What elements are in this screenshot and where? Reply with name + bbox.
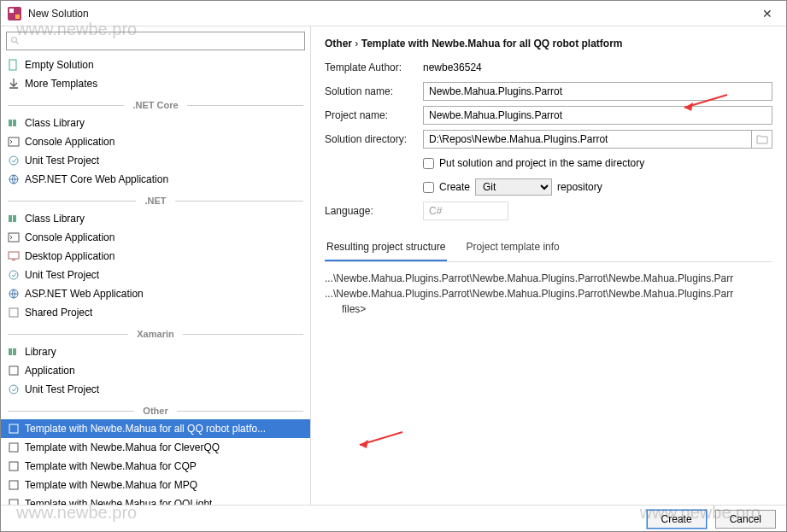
- group-header-other: Other: [1, 402, 310, 419]
- svg-rect-14: [9, 252, 19, 259]
- svg-point-3: [12, 38, 17, 43]
- svg-rect-8: [9, 137, 19, 146]
- template-item[interactable]: Unit Test Project: [1, 151, 310, 170]
- svg-rect-26: [9, 481, 18, 489]
- template-icon: [8, 460, 20, 472]
- empty-solution-item[interactable]: Empty Solution: [1, 56, 310, 74]
- same-directory-checkbox[interactable]: [423, 158, 434, 169]
- console-icon: [8, 136, 20, 148]
- svg-rect-1: [9, 9, 14, 13]
- project-structure-panel: ...\Newbe.Mahua.Plugins.Parrot\Newbe.Mah…: [325, 262, 772, 494]
- cancel-button[interactable]: Cancel: [715, 510, 776, 529]
- shared-icon: [8, 307, 20, 319]
- create-repo-checkbox[interactable]: [423, 182, 434, 193]
- tab-structure[interactable]: Resulting project structure: [325, 236, 447, 261]
- solution-dir-label: Solution directory:: [325, 133, 423, 145]
- project-name-label: Project name:: [325, 109, 423, 121]
- svg-rect-6: [9, 120, 12, 126]
- svg-rect-11: [9, 215, 12, 222]
- search-input[interactable]: [24, 35, 301, 47]
- console-icon: [8, 231, 20, 243]
- group-header-netcore: .NET Core: [1, 96, 310, 114]
- tab-template-info[interactable]: Project template info: [464, 236, 561, 261]
- template-item[interactable]: Library: [1, 342, 310, 361]
- template-author-value: newbe36524: [423, 61, 772, 73]
- group-header-net: .NET: [1, 192, 310, 209]
- template-item[interactable]: ASP.NET Web Application: [1, 284, 310, 303]
- repo-label: repository: [557, 181, 602, 193]
- svg-rect-2: [15, 15, 20, 19]
- template-item[interactable]: Unit Test Project: [1, 266, 310, 284]
- create-button[interactable]: Create: [647, 510, 707, 529]
- app-icon: [8, 7, 21, 20]
- svg-rect-20: [13, 348, 16, 355]
- template-item[interactable]: Class Library: [1, 114, 310, 132]
- web-icon: [8, 173, 20, 185]
- solution-name-input[interactable]: [423, 82, 772, 101]
- download-icon: [8, 78, 20, 90]
- template-item[interactable]: Template with Newbe.Mahua for QQLight: [1, 494, 310, 505]
- template-icon: [8, 441, 20, 453]
- template-item[interactable]: Unit Test Project: [1, 380, 310, 399]
- solution-name-label: Solution name:: [325, 85, 423, 97]
- library-icon: [8, 346, 20, 358]
- language-label: Language:: [325, 205, 423, 217]
- language-value: C#: [423, 202, 508, 220]
- template-item[interactable]: ASP.NET Core Web Application: [1, 170, 310, 189]
- template-item[interactable]: Desktop Application: [1, 247, 310, 266]
- window-title: New Solution: [28, 8, 755, 20]
- more-templates-item[interactable]: More Templates: [1, 74, 310, 93]
- template-item[interactable]: Template with Newbe.Mahua for CQP: [1, 457, 310, 476]
- template-icon: [8, 423, 20, 435]
- template-icon: [8, 498, 20, 505]
- template-item[interactable]: Template with Newbe.Mahua for CleverQQ: [1, 438, 310, 457]
- svg-rect-25: [9, 462, 18, 471]
- library-icon: [8, 213, 20, 225]
- search-icon: [10, 36, 21, 46]
- svg-rect-24: [9, 443, 18, 452]
- group-header-xamarin: Xamarin: [1, 325, 310, 342]
- test-icon: [8, 155, 20, 167]
- svg-point-22: [9, 385, 18, 394]
- create-repo-label: Create: [439, 181, 470, 193]
- template-item[interactable]: Template with Newbe.Mahua for MPQ: [1, 476, 310, 494]
- svg-rect-19: [9, 348, 12, 355]
- svg-point-16: [9, 271, 18, 279]
- template-item[interactable]: Class Library: [1, 209, 310, 228]
- search-input-container[interactable]: [6, 32, 305, 50]
- project-name-input[interactable]: [423, 106, 772, 125]
- svg-rect-13: [9, 233, 19, 242]
- svg-rect-15: [12, 260, 15, 260]
- svg-rect-27: [9, 500, 18, 505]
- web-icon: [8, 288, 20, 300]
- svg-rect-21: [9, 366, 18, 375]
- test-icon: [8, 383, 20, 395]
- test-icon: [8, 269, 20, 281]
- same-directory-label: Put solution and project in the same dir…: [439, 157, 644, 169]
- svg-rect-23: [9, 424, 18, 433]
- svg-rect-7: [13, 120, 16, 126]
- template-item[interactable]: Console Application: [1, 228, 310, 247]
- svg-rect-12: [13, 215, 16, 222]
- vcs-select[interactable]: Git: [475, 178, 552, 196]
- app-icon: [8, 365, 20, 377]
- solution-dir-input[interactable]: [423, 130, 752, 149]
- svg-rect-18: [9, 308, 18, 317]
- svg-point-9: [9, 156, 18, 165]
- close-button[interactable]: ✕: [755, 3, 779, 24]
- template-item[interactable]: Console Application: [1, 132, 310, 151]
- svg-rect-5: [9, 60, 16, 70]
- template-item[interactable]: Shared Project: [1, 303, 310, 322]
- file-icon: [8, 59, 20, 71]
- breadcrumb: Other › Template with Newbe.Mahua for al…: [325, 37, 772, 50]
- template-icon: [8, 479, 20, 491]
- library-icon: [8, 117, 20, 129]
- template-tree: Empty Solution More Templates .NET Core …: [1, 56, 310, 505]
- template-item-selected[interactable]: Template with Newbe.Mahua for all QQ rob…: [1, 419, 310, 438]
- browse-folder-button[interactable]: [752, 130, 772, 149]
- desktop-icon: [8, 250, 20, 262]
- template-author-label: Template Author:: [325, 61, 423, 73]
- svg-line-4: [16, 42, 19, 44]
- template-item[interactable]: Application: [1, 361, 310, 380]
